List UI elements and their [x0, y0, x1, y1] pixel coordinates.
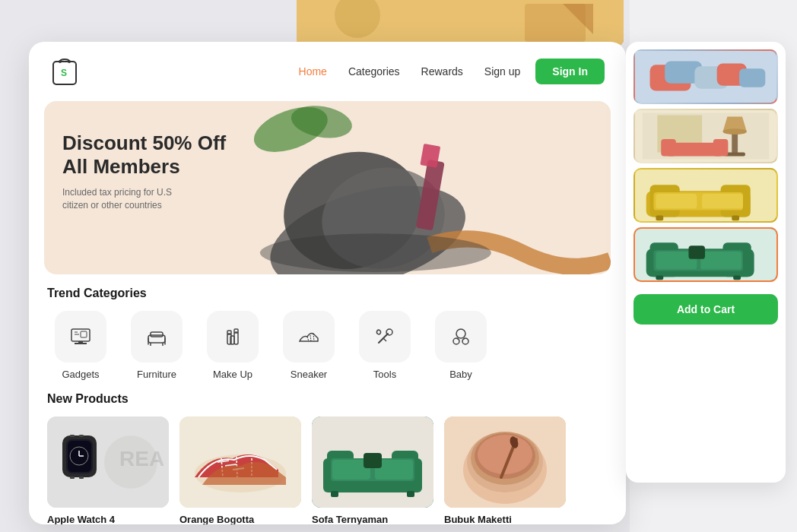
- product-name-shoes: Orange Bogotta: [179, 514, 301, 524]
- svg-rect-78: [739, 68, 765, 87]
- category-makeup[interactable]: Make Up: [199, 311, 266, 380]
- category-baby[interactable]: Baby: [427, 311, 494, 380]
- thumb-inner-lamp: [635, 110, 776, 162]
- svg-rect-95: [702, 194, 743, 209]
- gadgets-label: Gadgets: [62, 369, 99, 380]
- category-gadgets[interactable]: Gadgets: [47, 311, 114, 380]
- svg-rect-104: [700, 252, 741, 269]
- hero-subtitle: Included tax pricing for U.S citizen or …: [62, 186, 184, 212]
- svg-rect-52: [79, 477, 84, 479]
- svg-rect-17: [75, 343, 87, 344]
- svg-point-35: [456, 329, 465, 338]
- furniture-label: Furniture: [137, 369, 176, 380]
- products-grid: REA Apple Watch 4 $89: [47, 416, 608, 524]
- product-img-bowl: [444, 416, 566, 508]
- baby-icon: [449, 325, 473, 349]
- thumbnail-lamp[interactable]: [633, 109, 778, 163]
- thumb-inner-sofa-yellow: [635, 169, 776, 221]
- sneaker-icon-wrap: [283, 311, 335, 363]
- logo-area: S: [50, 55, 79, 87]
- svg-point-84: [723, 128, 747, 135]
- svg-rect-21: [81, 331, 87, 337]
- makeup-icon: [221, 325, 245, 349]
- tools-icon-wrap: [359, 311, 411, 363]
- navbar: S Home Categories Rewards Sign up Sign I…: [29, 42, 626, 101]
- svg-rect-107: [688, 245, 705, 259]
- logo-icon: S: [50, 55, 79, 87]
- product-name-bowl: Bubuk Maketti: [444, 514, 566, 524]
- svg-rect-87: [661, 139, 676, 157]
- product-img-watch: REA: [47, 416, 169, 508]
- trend-categories-title: Trend Categories: [47, 287, 608, 300]
- tools-icon: [373, 325, 397, 349]
- category-tools[interactable]: Tools: [351, 311, 418, 380]
- thumb-inner-pillows: [635, 51, 776, 103]
- nav-home[interactable]: Home: [299, 65, 327, 78]
- svg-point-7: [68, 60, 71, 63]
- thumbnail-sofa-yellow[interactable]: [633, 168, 778, 223]
- svg-text:REA: REA: [119, 447, 164, 470]
- svg-point-33: [386, 329, 392, 335]
- svg-rect-29: [227, 331, 231, 334]
- svg-point-37: [462, 338, 468, 344]
- nav-signup[interactable]: Sign up: [484, 65, 520, 78]
- thumbnail-grid: [633, 49, 778, 282]
- nav-rewards[interactable]: Rewards: [421, 65, 463, 78]
- product-orange-bogotta[interactable]: Orange Bogotta $94,509: [179, 416, 301, 524]
- hero-title: Discount 50% Off All Members: [62, 131, 226, 179]
- hero-banner: Discount 50% Off All Members Included ta…: [44, 101, 611, 274]
- right-panel: Add to Cart: [626, 42, 786, 483]
- svg-rect-63: [407, 491, 414, 497]
- new-products-title: New Products: [47, 392, 608, 406]
- svg-text:S: S: [61, 68, 67, 78]
- furniture-icon: [144, 325, 169, 349]
- svg-rect-64: [364, 453, 382, 468]
- gadgets-icon-wrap: [55, 311, 106, 363]
- svg-line-34: [383, 338, 386, 341]
- product-img-sofa: [312, 416, 433, 508]
- svg-rect-23: [151, 332, 163, 337]
- svg-rect-97: [732, 215, 739, 220]
- svg-rect-105: [656, 275, 663, 280]
- nav-links: Home Categories Rewards Sign up: [299, 65, 521, 78]
- trend-categories-section: Trend Categories Gadgets: [29, 287, 626, 380]
- category-sneaker[interactable]: Sneaker: [275, 311, 342, 380]
- svg-point-6: [59, 60, 62, 63]
- svg-rect-106: [733, 275, 741, 280]
- product-img-shoes: [179, 416, 301, 508]
- svg-rect-51: [70, 477, 75, 479]
- furniture-icon-wrap: [131, 311, 183, 363]
- sneaker-label: Sneaker: [291, 369, 327, 380]
- thumbnail-sofa-green[interactable]: [633, 227, 778, 282]
- signin-button[interactable]: Sign In: [535, 59, 605, 84]
- svg-rect-49: [70, 435, 75, 437]
- svg-rect-82: [732, 131, 738, 154]
- svg-rect-96: [656, 215, 663, 220]
- svg-rect-94: [656, 194, 697, 209]
- thumbnail-pillows[interactable]: [633, 49, 778, 104]
- svg-rect-18: [78, 341, 83, 343]
- product-apple-watch[interactable]: REA Apple Watch 4 $89: [47, 416, 169, 524]
- bg-top-strip: [297, 0, 624, 46]
- product-name-sofa: Sofa Ternyaman: [312, 514, 433, 524]
- gadgets-icon: [68, 325, 93, 349]
- category-furniture[interactable]: Furniture: [123, 311, 190, 380]
- makeup-label: Make Up: [213, 369, 252, 380]
- svg-rect-62: [331, 491, 338, 497]
- tools-label: Tools: [373, 369, 396, 380]
- hero-content: Discount 50% Off All Members Included ta…: [62, 131, 226, 212]
- nav-categories[interactable]: Categories: [348, 65, 400, 78]
- add-to-cart-button[interactable]: Add to Cart: [633, 294, 778, 325]
- makeup-icon-wrap: [207, 311, 259, 363]
- product-name-watch: Apple Watch 4: [47, 514, 169, 524]
- svg-rect-50: [79, 435, 84, 437]
- baby-label: Baby: [449, 369, 472, 380]
- new-products-section: New Products REA: [29, 392, 626, 524]
- product-sofa[interactable]: Sofa Ternyaman $1,409: [312, 416, 433, 524]
- svg-rect-31: [234, 329, 238, 333]
- thumb-inner-sofa-green: [635, 229, 776, 280]
- product-bowl[interactable]: Bubuk Maketti $225: [444, 416, 566, 524]
- svg-rect-88: [713, 139, 729, 157]
- svg-point-15: [260, 233, 491, 272]
- categories-grid: Gadgets Furniture: [47, 311, 608, 380]
